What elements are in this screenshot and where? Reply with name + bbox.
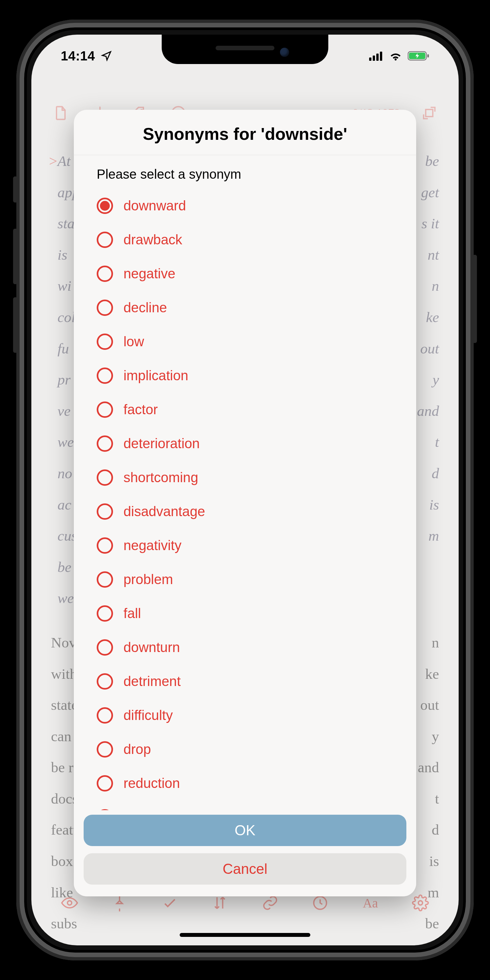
svg-rect-9 xyxy=(426,110,433,117)
synonym-option[interactable]: decline xyxy=(97,291,393,325)
synonym-option-label: downturn xyxy=(124,640,180,655)
gear-icon[interactable] xyxy=(411,894,430,912)
radio-icon[interactable] xyxy=(97,436,113,452)
modal-title: Synonyms for 'downside' xyxy=(74,110,416,155)
synonym-option[interactable]: downward xyxy=(97,189,393,223)
radio-icon[interactable] xyxy=(97,571,113,588)
synonym-option-label: decline xyxy=(124,300,167,315)
modal-actions: OK Cancel xyxy=(74,810,416,896)
earpiece xyxy=(216,46,274,50)
radio-icon[interactable] xyxy=(97,266,113,282)
document-icon[interactable] xyxy=(51,103,70,123)
synonym-option-label: downward xyxy=(124,198,186,214)
synonym-option[interactable]: fall xyxy=(97,597,393,630)
eye-icon[interactable] xyxy=(60,894,79,912)
synonym-option[interactable]: low xyxy=(97,325,393,359)
synonym-option[interactable]: negativity xyxy=(97,528,393,563)
check-icon[interactable] xyxy=(161,894,179,912)
phone-frame: 14:14 xyxy=(16,20,474,960)
synonym-option-label: problem xyxy=(124,572,173,587)
synonym-option[interactable]: disadvantage xyxy=(97,495,393,528)
synonym-option[interactable]: deterioration xyxy=(97,426,393,461)
radio-icon[interactable] xyxy=(97,707,113,724)
synonym-options-list[interactable]: downwarddrawbacknegativedeclinelowimplic… xyxy=(74,188,416,810)
notch xyxy=(162,35,328,64)
sort-icon[interactable] xyxy=(211,894,229,912)
radio-icon[interactable] xyxy=(97,232,113,248)
status-time: 14:14 xyxy=(61,49,95,64)
svg-rect-0 xyxy=(369,57,371,61)
synonym-option[interactable]: drop xyxy=(97,732,393,766)
pin-icon[interactable] xyxy=(110,894,129,912)
radio-icon[interactable] xyxy=(97,334,113,350)
synonym-option-label: low xyxy=(124,334,144,350)
link-icon[interactable] xyxy=(261,894,279,912)
svg-point-10 xyxy=(67,901,72,905)
radio-icon[interactable] xyxy=(97,197,113,214)
svg-point-12 xyxy=(418,901,423,905)
synonym-option[interactable]: setback xyxy=(97,800,393,810)
synonym-option-label: factor xyxy=(124,402,158,417)
radio-icon[interactable] xyxy=(97,401,113,418)
synonym-option[interactable]: drawback xyxy=(97,223,393,257)
svg-rect-2 xyxy=(376,54,379,61)
font-icon[interactable]: Aa xyxy=(361,894,380,912)
mute-switch[interactable] xyxy=(13,177,18,202)
modal-subtitle: Please select a synonym xyxy=(74,155,416,188)
svg-rect-3 xyxy=(380,52,382,61)
synonym-option-label: negative xyxy=(124,266,175,282)
volume-up-button[interactable] xyxy=(13,229,18,284)
synonym-modal: Synonyms for 'downside' Please select a … xyxy=(74,110,416,896)
synonym-option-label: deterioration xyxy=(124,436,200,452)
synonym-option-label: fall xyxy=(124,606,141,621)
synonym-option[interactable]: factor xyxy=(97,393,393,426)
power-button[interactable] xyxy=(473,255,477,343)
synonym-option[interactable]: problem xyxy=(97,563,393,597)
radio-icon[interactable] xyxy=(97,299,113,316)
synonym-option[interactable]: implication xyxy=(97,359,393,393)
radio-icon[interactable] xyxy=(97,503,113,520)
radio-icon[interactable] xyxy=(97,741,113,757)
synonym-option-label: shortcoming xyxy=(124,470,198,485)
svg-rect-1 xyxy=(373,56,375,61)
radio-icon[interactable] xyxy=(97,639,113,655)
synonym-option-label: implication xyxy=(124,368,188,383)
synonym-option[interactable]: reduction xyxy=(97,766,393,800)
radio-icon[interactable] xyxy=(97,469,113,486)
radio-icon[interactable] xyxy=(97,368,113,384)
wifi-icon xyxy=(389,51,402,61)
synonym-option[interactable]: difficulty xyxy=(97,698,393,732)
cellular-icon xyxy=(369,51,383,61)
home-indicator[interactable] xyxy=(180,933,310,937)
radio-icon[interactable] xyxy=(97,538,113,554)
synonym-option-label: drawback xyxy=(124,232,182,248)
location-icon xyxy=(101,50,112,61)
cancel-button[interactable]: Cancel xyxy=(84,853,406,885)
synonym-option-label: negativity xyxy=(124,538,181,554)
synonym-option[interactable]: shortcoming xyxy=(97,461,393,495)
radio-icon[interactable] xyxy=(97,673,113,690)
radio-icon[interactable] xyxy=(97,605,113,622)
radio-icon[interactable] xyxy=(97,775,113,792)
synonym-option-label: drop xyxy=(124,741,151,757)
expand-icon[interactable] xyxy=(420,103,439,123)
synonym-option-label: detriment xyxy=(124,674,181,689)
synonym-option-label: reduction xyxy=(124,775,180,791)
svg-rect-5 xyxy=(427,54,429,57)
volume-down-button[interactable] xyxy=(13,297,18,353)
synonym-option[interactable]: negative xyxy=(97,257,393,291)
screen: 14:14 xyxy=(31,35,459,945)
battery-icon xyxy=(408,51,429,61)
ok-button[interactable]: OK xyxy=(84,815,406,846)
history-icon[interactable] xyxy=(311,894,329,912)
synonym-option-label: disadvantage xyxy=(124,504,205,519)
synonym-option[interactable]: detriment xyxy=(97,665,393,698)
synonym-option[interactable]: downturn xyxy=(97,630,393,665)
synonym-option-label: difficulty xyxy=(124,708,173,723)
